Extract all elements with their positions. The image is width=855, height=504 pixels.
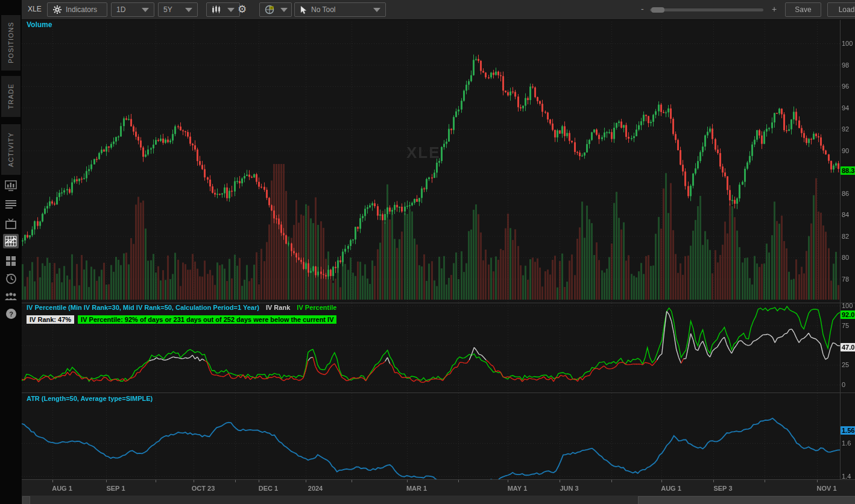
minus-icon: -: [641, 4, 644, 14]
plus-icon: +: [772, 4, 777, 14]
chevron-down-icon: [227, 8, 235, 12]
drawing-tool-dropdown[interactable]: No Tool: [294, 2, 386, 17]
indicators-icon: [52, 5, 62, 14]
iv-readout-row: IV Rank: 47% IV Percentile: 92% of days …: [27, 315, 336, 324]
symbol-watermark: XLE: [406, 143, 441, 162]
help-icon[interactable]: ?: [3, 306, 19, 321]
svg-text:?: ?: [9, 310, 13, 317]
symbol-text: XLE: [28, 5, 42, 13]
tab-label: TRADE: [7, 84, 14, 109]
tab-label: ACTIVITY: [7, 132, 14, 167]
zoom-slider-thumb[interactable]: [651, 7, 664, 13]
chart-icon[interactable]: [3, 178, 19, 193]
iv-rank-legend: IV Rank: [266, 304, 290, 311]
save-button[interactable]: Save: [785, 2, 821, 17]
chart-settings-button[interactable]: ⚙: [238, 2, 247, 16]
tool-value: No Tool: [311, 5, 335, 14]
iv-rank-badge: 47.0: [841, 343, 855, 351]
cursor-icon: [300, 5, 308, 14]
scrollbar-thumb[interactable]: [638, 496, 855, 504]
left-sidebar: POSITIONS TRADE ACTIVITY ?: [0, 0, 22, 504]
range-dropdown[interactable]: 5Y: [158, 2, 198, 17]
horizontal-scrollbar[interactable]: [22, 496, 855, 504]
zoom-slider[interactable]: [650, 8, 763, 11]
chevron-down-icon: [373, 8, 380, 12]
chevron-down-icon: [142, 8, 149, 12]
zoom-out-button[interactable]: -: [641, 2, 644, 16]
indicators-button[interactable]: Indicators: [47, 2, 107, 17]
time-axis[interactable]: [22, 479, 855, 496]
community-icon[interactable]: [3, 289, 19, 304]
history-icon[interactable]: [3, 271, 19, 286]
chart-area: XLE Volume IV Percentile (Min IV Rank=30…: [22, 19, 855, 496]
last-price-badge: 88.3: [841, 166, 855, 175]
grid-layout-dropdown[interactable]: [259, 2, 292, 17]
sidebar-tab-activity[interactable]: ACTIVITY: [1, 124, 21, 175]
iv-percentile-legend: IV Percentile: [297, 304, 336, 311]
candlestick-icon: [212, 5, 221, 14]
dashboard-icon[interactable]: [3, 254, 19, 268]
atr-value-badge: 1.56: [841, 426, 855, 435]
timeframe-dropdown[interactable]: 1D: [111, 2, 154, 17]
flexible-grid-icon: [265, 5, 274, 14]
atr-chart[interactable]: [22, 393, 855, 479]
volume-study-label: Volume: [27, 20, 52, 29]
sidebar-tab-positions[interactable]: POSITIONS: [1, 15, 21, 71]
chart-type-dropdown[interactable]: [206, 2, 240, 17]
indicators-label: Indicators: [66, 5, 97, 14]
scrollbar-left-button[interactable]: [22, 496, 30, 504]
top-toolbar: XLE Indicators 1D 5Y ⚙ No Tool -: [22, 0, 855, 20]
zoom-in-button[interactable]: +: [772, 2, 777, 16]
iv-rank-chip: IV Rank: 47%: [27, 315, 74, 324]
iv-study-title: IV Percentile (Min IV Rank=30, Mid IV Ra…: [27, 304, 259, 311]
tab-label: POSITIONS: [7, 22, 14, 64]
gear-icon: ⚙: [238, 3, 247, 16]
iv-percentile-badge: 92.0: [841, 310, 855, 319]
timeframe-value: 1D: [116, 5, 125, 14]
chevron-down-icon: [185, 8, 192, 12]
chevron-down-icon: [280, 8, 288, 12]
load-button[interactable]: Load: [827, 2, 855, 17]
symbol-label: XLE: [28, 2, 42, 16]
tv-icon[interactable]: [3, 216, 19, 231]
watchlist-icon[interactable]: [3, 197, 19, 212]
save-label: Save: [795, 5, 811, 14]
grid-chart-icon[interactable]: [3, 234, 19, 248]
iv-study-legend: IV Percentile (Min IV Rank=30, Mid IV Ra…: [27, 304, 336, 311]
sidebar-tab-trade[interactable]: TRADE: [1, 76, 21, 117]
atr-study-title: ATR (Length=50, Average type=SIMPLE): [27, 395, 153, 402]
load-label: Load: [839, 5, 855, 14]
iv-percentile-chip: IV Percentile: 92% of days or 231 days o…: [78, 315, 336, 324]
range-value: 5Y: [163, 5, 172, 14]
